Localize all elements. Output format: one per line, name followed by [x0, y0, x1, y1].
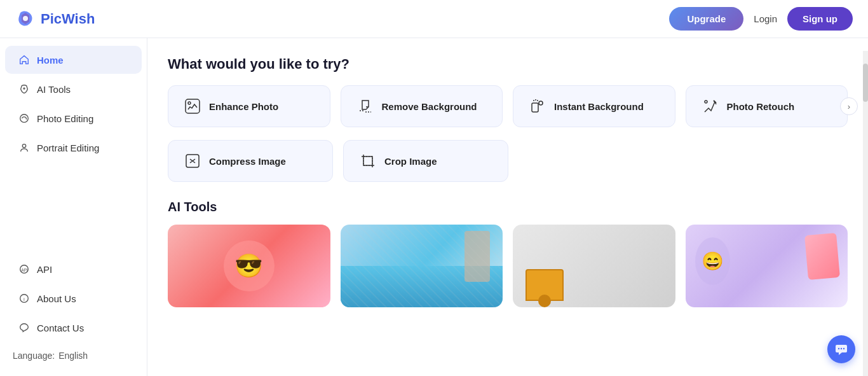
instant-background-label: Instant Background — [554, 101, 644, 112]
api-icon: API — [18, 263, 31, 275]
layout: Home AI Tools Photo Editing — [0, 38, 868, 376]
svg-point-10 — [539, 101, 543, 105]
svg-point-15 — [841, 348, 842, 349]
svg-point-14 — [838, 348, 839, 349]
sidebar-item-about-us-label: About Us — [37, 293, 76, 304]
ai-images-row: 😎 😄 — [168, 225, 848, 307]
sidebar-item-photo-editing-label: Photo Editing — [37, 113, 93, 124]
sidebar-item-contact-us-label: Contact Us — [37, 323, 84, 333]
ai-image-card-4[interactable]: 😄 — [686, 225, 848, 307]
enhance-photo-label: Enhance Photo — [209, 101, 278, 112]
svg-point-0 — [23, 16, 28, 21]
tools-grid-row2: Compress Image Crop Image — [168, 140, 848, 182]
header: PicWish Upgrade Login Sign up — [0, 0, 868, 38]
main-content: What would you like to try? Enhance Phot… — [147, 38, 868, 376]
svg-point-11 — [705, 101, 707, 103]
enhance-photo-icon — [184, 97, 201, 115]
sidebar-item-about-us[interactable]: i About Us — [5, 284, 142, 312]
remove-background-label: Remove Background — [382, 101, 477, 112]
instant-bg-icon — [529, 97, 546, 115]
chevron-right-button[interactable]: › — [840, 97, 858, 115]
header-actions: Upgrade Login Sign up — [669, 7, 853, 31]
svg-text:i: i — [24, 296, 25, 302]
signup-button[interactable]: Sign up — [787, 7, 853, 31]
svg-rect-9 — [532, 103, 538, 112]
language-value: English — [58, 351, 88, 361]
tools-section: Enhance Photo Remove Background — [168, 85, 848, 127]
sidebar-item-contact-us[interactable]: Contact Us — [5, 314, 142, 342]
photo-retouch-icon — [702, 97, 719, 115]
language-selector[interactable]: Language: English — [0, 343, 147, 368]
sidebar-item-api[interactable]: API API — [5, 255, 142, 283]
compress-image-icon — [184, 152, 201, 170]
sidebar-item-portrait-editing[interactable]: Portrait Editing — [5, 134, 142, 162]
svg-point-1 — [20, 115, 29, 123]
tool-card-photo-retouch[interactable]: Photo Retouch — [686, 85, 848, 127]
about-us-icon: i — [18, 292, 31, 305]
sidebar-item-portrait-editing-label: Portrait Editing — [37, 143, 99, 153]
remove-bg-icon — [356, 97, 374, 115]
compress-image-label: Compress Image — [209, 156, 286, 167]
login-button[interactable]: Login — [754, 13, 777, 24]
ai-image-card-2[interactable] — [341, 225, 503, 307]
crop-image-label: Crop Image — [384, 156, 437, 167]
svg-rect-7 — [186, 99, 200, 113]
prompt-title: What would you like to try? — [168, 56, 848, 73]
photo-retouch-label: Photo Retouch — [727, 101, 795, 112]
language-label: Language: — [13, 351, 55, 361]
chat-icon — [834, 342, 848, 356]
tool-card-crop-image[interactable]: Crop Image — [343, 140, 508, 182]
scrollbar-thumb[interactable] — [863, 64, 868, 102]
tool-card-compress-image[interactable]: Compress Image — [168, 140, 333, 182]
chat-bubble-button[interactable] — [827, 335, 855, 363]
tools-grid-row1: Enhance Photo Remove Background — [168, 85, 848, 127]
logo-text: PicWish — [41, 11, 95, 27]
svg-point-2 — [22, 144, 25, 148]
logo[interactable]: PicWish — [15, 9, 95, 29]
svg-point-16 — [843, 348, 844, 349]
ai-image-card-1[interactable]: 😎 — [168, 225, 330, 307]
home-icon — [18, 53, 31, 66]
tool-card-remove-background[interactable]: Remove Background — [341, 85, 503, 127]
sidebar-item-home[interactable]: Home — [5, 46, 142, 74]
scrollbar-track — [863, 51, 868, 376]
sidebar-item-api-label: API — [37, 264, 52, 275]
sidebar-item-photo-editing[interactable]: Photo Editing — [5, 104, 142, 132]
sidebar-item-ai-tools[interactable]: AI Tools — [5, 75, 142, 103]
ai-image-card-3[interactable] — [513, 225, 675, 307]
sidebar-item-ai-tools-label: AI Tools — [37, 84, 71, 95]
sidebar: Home AI Tools Photo Editing — [0, 38, 147, 376]
ai-tools-icon — [18, 83, 31, 95]
svg-rect-13 — [363, 157, 372, 165]
contact-us-icon — [18, 321, 31, 334]
logo-icon — [15, 9, 36, 29]
svg-point-8 — [188, 102, 191, 104]
tool-card-instant-background[interactable]: Instant Background — [513, 85, 675, 127]
ai-section-title: AI Tools — [168, 200, 848, 214]
upgrade-button[interactable]: Upgrade — [669, 7, 743, 31]
svg-text:API: API — [22, 268, 28, 272]
sidebar-item-home-label: Home — [37, 55, 64, 66]
crop-image-icon — [359, 152, 377, 170]
portrait-editing-icon — [18, 141, 31, 154]
photo-editing-icon — [18, 112, 31, 125]
tool-card-enhance-photo[interactable]: Enhance Photo — [168, 85, 330, 127]
